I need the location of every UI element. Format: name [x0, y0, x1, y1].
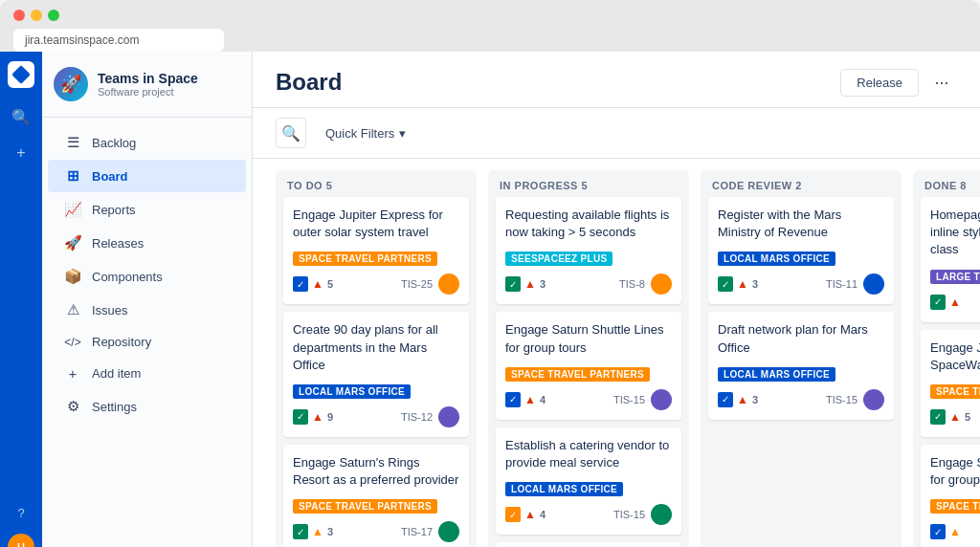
global-search-icon[interactable]: 🔍 [6, 101, 36, 132]
sidebar-item-components[interactable]: 📦 Components [48, 260, 246, 293]
sidebar-item-issues[interactable]: ⚠ Issues [48, 294, 246, 326]
card-id: TIS-17 [401, 526, 433, 537]
priority-icon: ▲ [312, 410, 323, 424]
card-title: Engage JetShuttle SpaceWays for travel [930, 339, 980, 374]
sidebar-item-settings[interactable]: ⚙ Settings [48, 390, 246, 423]
card-title: Requesting available flights is now taki… [505, 207, 672, 241]
card-id: TIS-15 [613, 509, 645, 520]
sidebar-item-backlog[interactable]: ☰ Backlog [48, 126, 246, 159]
column-header-done: DONE 8 [913, 170, 980, 197]
app-logo[interactable] [8, 61, 34, 88]
sidebar-item-board[interactable]: ⊞ Board [48, 160, 246, 192]
sidebar-item-releases[interactable]: 🚀 Releases [48, 227, 246, 259]
card-meta: ✓▲3 [718, 392, 758, 407]
card-check-icon: ✓ [718, 392, 733, 407]
browser-dot-yellow [31, 10, 42, 21]
card-meta: ✓▲3 [718, 276, 758, 292]
card[interactable]: Draft network plan for Mars OfficeLOCAL … [708, 312, 894, 419]
releases-icon: 🚀 [63, 234, 82, 252]
card[interactable]: Engage Saturn Shuttle Lines for group to… [496, 312, 681, 419]
card-avatar [863, 389, 884, 410]
card-label: LOCAL MARS OFFICE [718, 252, 835, 266]
priority-icon: ▲ [949, 295, 961, 309]
card-footer: ✓▲3TIS-8 [505, 274, 672, 295]
quick-filters-label: Quick Filters [325, 126, 394, 141]
card[interactable]: Create 90 day plans for all departments … [283, 312, 469, 437]
card-footer: ✓▲3TIS-15 [718, 389, 884, 410]
card-meta: ✓▲5 [930, 409, 970, 425]
sidebar-item-label-settings: Settings [92, 400, 137, 414]
card[interactable]: Engage Saturn's Rings Resort as a prefer… [283, 445, 469, 547]
card-title: Engage Saturn Shuttle Lines for group to… [930, 454, 980, 489]
card-meta: ✓▲5 [293, 276, 333, 292]
card-footer: ✓▲4TIS-15 [505, 389, 672, 410]
global-help-icon[interactable]: ? [6, 497, 36, 528]
global-add-icon[interactable]: + [6, 138, 36, 168]
card-avatar [651, 504, 672, 525]
card-right-meta: TIS-15 [613, 389, 672, 410]
sidebar-item-label-releases: Releases [92, 236, 144, 251]
card[interactable]: Establish a catering vendor to provide m… [496, 427, 681, 535]
card-count: 5 [327, 278, 333, 290]
priority-icon: ▲ [949, 525, 961, 538]
global-user-avatar[interactable]: U [8, 534, 34, 547]
card-footer: ✓▲5TIS-25 [293, 274, 459, 295]
card-count: 4 [540, 394, 546, 405]
card-meta: ✓▲3 [505, 276, 546, 292]
card-right-meta: TIS-15 [613, 504, 672, 525]
column-header-inprogress: IN PROGRESS 5 [488, 170, 689, 197]
priority-icon: ▲ [524, 508, 536, 521]
card-label: SPACE TRAVEL PARTNERS [930, 384, 980, 399]
url-bar[interactable]: jira.teamsinspace.com [13, 29, 224, 52]
card-id: TIS-15 [613, 394, 645, 405]
board-container: TO DO 5Engage Jupiter Express for outer … [253, 159, 980, 547]
card-label: LARGE TEAM SUPPORT [930, 270, 980, 284]
sidebar-item-label-components: Components [92, 270, 163, 284]
card[interactable]: Register with the Mars Ministry of Reven… [708, 197, 894, 304]
project-sidebar: 🚀 Teams in Space Software project ☰ Back… [42, 52, 253, 547]
card-check-icon: ✓ [930, 409, 946, 425]
card-title: Create 90 day plans for all departments … [293, 321, 459, 374]
card-label: SPACE TRAVEL PARTNERS [293, 499, 437, 514]
release-button[interactable]: Release [840, 69, 919, 97]
card-label: SPACE TRAVEL PARTNERS [293, 252, 437, 266]
card[interactable]: Engage Jupiter Express for outer solar s… [283, 197, 469, 304]
card-label: LOCAL MARS OFFICE [718, 367, 835, 382]
card-right-meta: TIS-15 [826, 389, 884, 410]
sidebar-item-repository[interactable]: </> Repository [48, 327, 246, 357]
sidebar-item-add-item[interactable]: + Add item [48, 358, 246, 389]
card[interactable]: Requesting available flights is now taki… [496, 197, 681, 304]
priority-icon: ▲ [312, 277, 323, 291]
card-right-meta: TIS-12 [401, 406, 459, 427]
card-title: Engage Saturn's Rings Resort as a prefer… [293, 454, 459, 489]
search-box[interactable]: 🔍 [276, 118, 306, 148]
column-inprogress: IN PROGRESS 5Requesting available flight… [488, 170, 689, 547]
card[interactable]: Homepage footer uses an inline style - s… [921, 197, 980, 322]
card-id: TIS-11 [826, 278, 858, 290]
card[interactable]: Engage Saturn Shuttle Lines for group to… [921, 445, 980, 547]
card-meta: ✓▲3 [293, 524, 333, 539]
card[interactable]: Engage Saturn Shuttle Lines for group to… [496, 542, 681, 547]
card-footer: ✓▲9TIS-12 [293, 406, 459, 427]
global-sidebar: 🔍 + ? U [0, 52, 42, 547]
card-id: TIS-25 [401, 278, 433, 290]
priority-icon: ▲ [524, 277, 536, 291]
quick-filters-chevron-icon: ▾ [399, 126, 406, 141]
search-icon: 🔍 [281, 124, 301, 142]
quick-filters-button[interactable]: Quick Filters ▾ [316, 121, 415, 145]
card[interactable]: Engage JetShuttle SpaceWays for travelSP… [921, 330, 980, 437]
more-options-button[interactable]: ··· [926, 67, 957, 98]
backlog-icon: ☰ [63, 134, 82, 151]
main-header: Board Release ··· [253, 52, 980, 108]
priority-icon: ▲ [949, 410, 961, 424]
card-count: 3 [752, 278, 758, 290]
card-check-icon: ✓ [505, 392, 521, 407]
issues-icon: ⚠ [63, 301, 82, 318]
card-meta: ✓▲ [930, 524, 961, 539]
card-meta: ✓▲4 [505, 507, 546, 522]
project-header[interactable]: 🚀 Teams in Space Software project [42, 52, 252, 118]
priority-icon: ▲ [737, 277, 748, 291]
column-cards-codereview: Register with the Mars Ministry of Reven… [701, 197, 902, 547]
card-avatar [651, 274, 672, 295]
sidebar-item-reports[interactable]: 📈 Reports [48, 193, 246, 226]
